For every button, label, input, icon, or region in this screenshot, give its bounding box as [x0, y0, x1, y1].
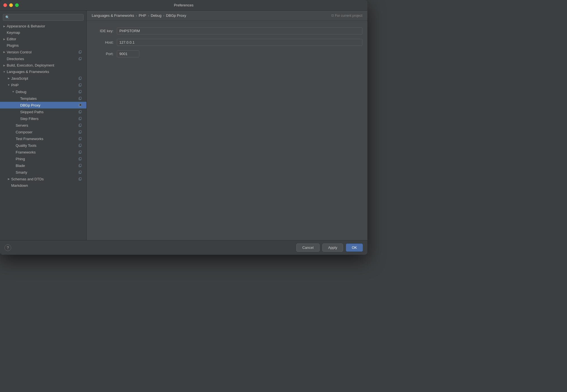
- sidebar-item-editor[interactable]: ▶Editor: [0, 36, 86, 42]
- sidebar-item-blade[interactable]: Blade: [0, 162, 86, 169]
- ok-button[interactable]: OK: [346, 244, 363, 252]
- sidebar-item-test-frameworks[interactable]: Test Frameworks: [0, 135, 86, 142]
- svg-rect-31: [79, 164, 81, 166]
- sidebar: ▶Appearance & BehaviorKeymap▶EditorPlugi…: [0, 11, 87, 240]
- copy-icon-smarty: [78, 170, 82, 174]
- sidebar-label-appearance-behavior: Appearance & Behavior: [7, 24, 84, 28]
- sidebar-item-debug[interactable]: ▼Debug: [0, 88, 86, 95]
- breadcrumb-item-1: PHP: [139, 13, 146, 18]
- host-label: Host:: [92, 40, 117, 44]
- host-row: Host:: [92, 39, 362, 46]
- ide-key-label: IDE key:: [92, 29, 117, 33]
- arrow-icon-php: ▼: [7, 83, 11, 87]
- host-input[interactable]: [117, 39, 362, 46]
- cancel-button[interactable]: Cancel: [296, 244, 319, 252]
- copy-icon-step-filters: [78, 116, 82, 121]
- copy-icon-blade: [78, 163, 82, 168]
- copy-icon-templates: [78, 96, 82, 101]
- sidebar-label-servers: Servers: [16, 123, 78, 127]
- copy-icon-phing: [78, 157, 82, 161]
- apply-button[interactable]: Apply: [322, 244, 343, 252]
- copy-icon-quality-tools: [78, 143, 82, 148]
- action-buttons: Cancel Apply OK: [296, 244, 363, 252]
- sidebar-label-dbgp-proxy: DBGp Proxy: [20, 103, 78, 107]
- sidebar-item-frameworks[interactable]: Frameworks: [0, 149, 86, 155]
- svg-rect-25: [79, 144, 81, 146]
- breadcrumb-sep-1: ›: [148, 13, 149, 18]
- breadcrumb-item-0: Languages & Frameworks: [92, 13, 134, 18]
- help-button[interactable]: ?: [4, 244, 11, 251]
- sidebar-label-version-control: Version Control: [7, 50, 78, 54]
- sidebar-item-php[interactable]: ▼PHP: [0, 82, 86, 88]
- for-current-project: ⊡ For current project: [331, 14, 362, 18]
- sidebar-item-composer[interactable]: Composer: [0, 129, 86, 135]
- main-container: ▶Appearance & BehaviorKeymap▶EditorPlugi…: [0, 11, 367, 240]
- maximize-button[interactable]: [15, 3, 19, 7]
- sidebar-item-dbgp-proxy[interactable]: DBGp Proxy: [0, 102, 86, 108]
- close-button[interactable]: [3, 3, 7, 7]
- project-icon: ⊡: [331, 14, 334, 17]
- svg-rect-33: [79, 171, 81, 173]
- sidebar-item-plugins[interactable]: Plugins: [0, 42, 86, 49]
- port-row: Port:: [92, 50, 362, 57]
- sidebar-label-composer: Composer: [16, 130, 78, 134]
- sidebar-item-servers[interactable]: Servers: [0, 122, 86, 129]
- sidebar-item-directories[interactable]: Directories: [0, 55, 86, 62]
- arrow-icon-editor: ▶: [2, 37, 6, 41]
- sidebar-item-version-control[interactable]: ▶Version Control: [0, 49, 86, 55]
- sidebar-label-editor: Editor: [7, 37, 84, 41]
- search-input[interactable]: [3, 14, 84, 21]
- sidebar-label-schemas-dtds: Schemas and DTDs: [11, 177, 78, 181]
- title-bar: Preferences: [0, 0, 367, 11]
- copy-icon-php: [78, 83, 82, 87]
- sidebar-item-quality-tools[interactable]: Quality Tools: [0, 142, 86, 149]
- arrow-icon-version-control: ▶: [2, 50, 6, 54]
- svg-rect-29: [79, 157, 81, 160]
- sidebar-item-skipped-paths[interactable]: Skipped Paths: [0, 108, 86, 115]
- sidebar-item-keymap[interactable]: Keymap: [0, 29, 86, 36]
- arrow-icon-schemas-dtds: ▶: [7, 177, 11, 181]
- sidebar-item-smarty[interactable]: Smarty: [0, 169, 86, 176]
- sidebar-item-build-execution[interactable]: ▶Build, Execution, Deployment: [0, 62, 86, 69]
- content-area: Languages & Frameworks › PHP › Debug › D…: [87, 11, 367, 240]
- arrow-icon-javascript: ▶: [7, 76, 11, 80]
- copy-icon-composer: [78, 130, 82, 134]
- for-current-project-label: For current project: [335, 14, 362, 18]
- arrow-icon-languages-frameworks: ▼: [2, 70, 6, 74]
- sidebar-item-phing[interactable]: Phing: [0, 155, 86, 162]
- sidebar-label-phing: Phing: [16, 157, 78, 161]
- arrow-icon-appearance-behavior: ▶: [2, 24, 6, 28]
- copy-icon-directories: [78, 56, 82, 61]
- svg-rect-7: [79, 84, 81, 86]
- sidebar-label-javascript: JavaScript: [11, 76, 78, 81]
- copy-icon-version-control: [78, 50, 82, 54]
- window-title: Preferences: [174, 3, 193, 7]
- sidebar-item-templates[interactable]: Templates: [0, 95, 86, 102]
- svg-rect-11: [79, 97, 81, 99]
- svg-rect-35: [79, 178, 81, 180]
- sidebar-item-languages-frameworks[interactable]: ▼Languages & Frameworks: [0, 69, 86, 75]
- sidebar-item-appearance-behavior[interactable]: ▶Appearance & Behavior: [0, 23, 86, 29]
- breadcrumb-sep-2: ›: [163, 13, 164, 18]
- svg-rect-9: [79, 90, 81, 93]
- minimize-button[interactable]: [9, 3, 13, 7]
- breadcrumb: Languages & Frameworks › PHP › Debug › D…: [87, 11, 367, 21]
- svg-rect-5: [79, 77, 81, 79]
- svg-rect-17: [79, 117, 81, 119]
- copy-icon-frameworks: [78, 150, 82, 154]
- sidebar-item-step-filters[interactable]: Step Filters: [0, 115, 86, 122]
- copy-icon-test-frameworks: [78, 136, 82, 141]
- sidebar-label-php: PHP: [11, 83, 78, 87]
- copy-icon-dbgp-proxy: [78, 103, 82, 107]
- ide-key-input[interactable]: [117, 27, 362, 34]
- sidebar-item-markdown[interactable]: Markdown: [0, 182, 86, 189]
- bottom-bar: ? Cancel Apply OK: [0, 240, 367, 255]
- sidebar-item-javascript[interactable]: ▶JavaScript: [0, 75, 86, 82]
- form-area: IDE key: Host: Port:: [87, 21, 367, 240]
- breadcrumb-item-2: Debug: [151, 13, 161, 18]
- port-input[interactable]: [117, 50, 139, 57]
- copy-icon-javascript: [78, 76, 82, 81]
- svg-rect-15: [79, 110, 81, 113]
- sidebar-item-schemas-dtds[interactable]: ▶Schemas and DTDs: [0, 176, 86, 182]
- svg-rect-21: [79, 131, 81, 133]
